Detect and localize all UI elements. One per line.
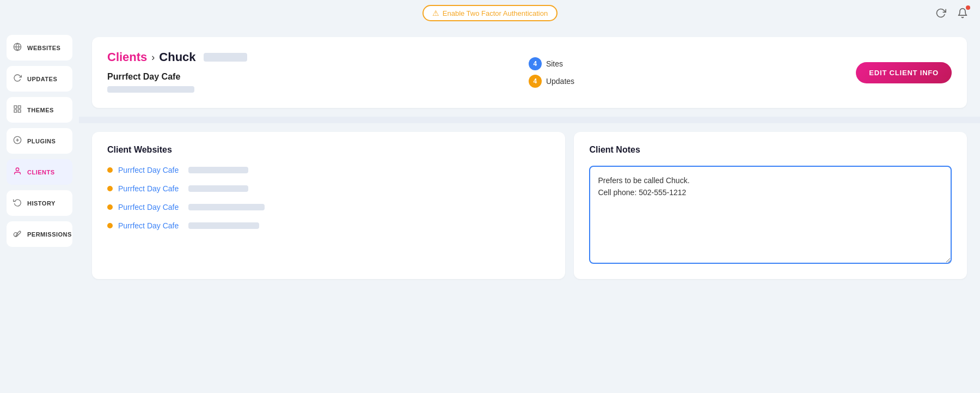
website-dot-3 [107, 204, 113, 210]
website-link-2[interactable]: Purrfect Day Cafe [118, 184, 179, 193]
notification-icon-wrap[interactable] [956, 7, 969, 20]
website-link-4[interactable]: Purrfect Day Cafe [118, 221, 179, 230]
updates-icon [13, 74, 22, 84]
stat-sites: 4 Sites [529, 57, 563, 70]
sidebar-item-themes[interactable]: THEMES [7, 97, 72, 123]
sidebar-item-permissions[interactable]: PERMISSIONS [7, 221, 72, 247]
sidebar-label-themes: THEMES [27, 107, 54, 113]
edit-client-info-button[interactable]: EDIT CLIENT INFO [856, 62, 952, 83]
two-factor-button[interactable]: ⚠ Enable Two Factor Authentication [422, 5, 558, 21]
sites-badge: 4 [529, 57, 542, 70]
svg-rect-5 [14, 110, 17, 112]
breadcrumb-client-name: Chuck [159, 50, 195, 64]
two-column-section: Client Websites Purrfect Day Cafe Purrfe… [92, 132, 967, 279]
breadcrumb-arrow: › [151, 52, 155, 63]
header-stats: 4 Sites 4 Updates [529, 57, 574, 88]
updates-label: Updates [546, 77, 574, 86]
client-websites-title: Client Websites [107, 145, 550, 155]
sidebar-label-clients: CLIENTS [27, 169, 55, 176]
website-url-redacted-3 [188, 204, 265, 210]
svg-point-9 [16, 168, 19, 171]
website-url-redacted-2 [188, 185, 248, 192]
layout: WEBSITES UPDATES THEMES PLUGINS CLIENTS [0, 0, 980, 367]
sidebar-item-clients[interactable]: CLIENTS [7, 159, 72, 185]
sidebar-item-plugins[interactable]: PLUGINS [7, 128, 72, 154]
website-dot-1 [107, 167, 113, 173]
sidebar-label-plugins: PLUGINS [27, 138, 56, 144]
globe-icon [13, 43, 22, 53]
section-divider [79, 117, 980, 123]
website-item-1: Purrfect Day Cafe [107, 166, 550, 174]
history-icon [13, 198, 22, 208]
client-notes-card: Client Notes [574, 132, 967, 279]
client-websites-card: Client Websites Purrfect Day Cafe Purrfe… [92, 132, 565, 279]
website-url-redacted-4 [188, 222, 259, 229]
sidebar-label-history: HISTORY [27, 200, 56, 207]
top-bar-actions [934, 7, 969, 20]
sidebar-item-websites[interactable]: WEBSITES [7, 35, 72, 61]
client-email-redacted [107, 86, 194, 93]
sidebar-label-updates: UPDATES [27, 76, 57, 82]
website-link-1[interactable]: Purrfect Day Cafe [118, 166, 179, 174]
client-company-name: Purrfect Day Cafe [107, 72, 247, 82]
warning-icon: ⚠ [432, 9, 439, 17]
header-left: Clients › Chuck Purrfect Day Cafe [107, 50, 247, 95]
sidebar-label-websites: WEBSITES [27, 45, 60, 51]
breadcrumb: Clients › Chuck [107, 50, 247, 64]
website-link-3[interactable]: Purrfect Day Cafe [118, 203, 179, 211]
website-url-redacted-1 [188, 167, 248, 173]
website-dot-2 [107, 186, 113, 191]
client-notes-title: Client Notes [589, 145, 952, 155]
top-bar: ⚠ Enable Two Factor Authentication [0, 0, 980, 26]
clients-icon [13, 167, 22, 177]
sidebar: WEBSITES UPDATES THEMES PLUGINS CLIENTS [0, 26, 79, 367]
website-dot-4 [107, 223, 113, 228]
sidebar-item-history[interactable]: HISTORY [7, 190, 72, 216]
sidebar-label-permissions: PERMISSIONS [27, 231, 72, 238]
two-factor-label: Enable Two Factor Authentication [443, 9, 548, 17]
updates-badge: 4 [529, 75, 542, 88]
permissions-icon [13, 229, 22, 239]
svg-rect-4 [18, 110, 21, 112]
notification-dot [966, 5, 970, 10]
themes-icon [13, 105, 22, 115]
breadcrumb-last-name-redacted [204, 53, 247, 62]
client-header-card: Clients › Chuck Purrfect Day Cafe 4 Site… [92, 37, 967, 108]
main-content: Clients › Chuck Purrfect Day Cafe 4 Site… [79, 26, 980, 367]
stat-updates: 4 Updates [529, 75, 574, 88]
sidebar-item-updates[interactable]: UPDATES [7, 66, 72, 92]
refresh-icon[interactable] [934, 7, 947, 20]
svg-rect-2 [14, 106, 17, 108]
breadcrumb-clients-link[interactable]: Clients [107, 50, 147, 64]
client-notes-textarea[interactable] [589, 166, 952, 264]
website-item-4: Purrfect Day Cafe [107, 221, 550, 230]
website-item-2: Purrfect Day Cafe [107, 184, 550, 193]
sites-label: Sites [546, 59, 563, 68]
svg-rect-3 [18, 106, 21, 108]
plugins-icon [13, 136, 22, 146]
website-item-3: Purrfect Day Cafe [107, 203, 550, 211]
